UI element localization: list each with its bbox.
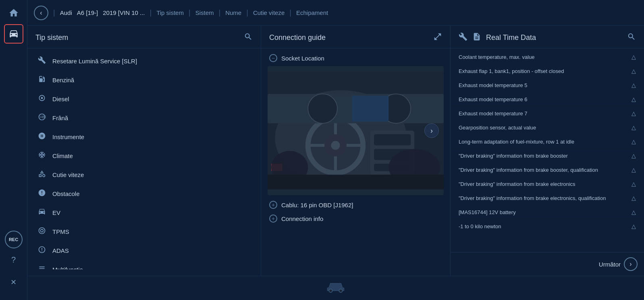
system-item-frana[interactable]: ABS Frână: [27, 108, 261, 127]
system-item-diesel[interactable]: Diesel: [27, 90, 261, 108]
nav-echipament[interactable]: Echipament: [296, 9, 328, 16]
system-item-cutie-label: Cutie viteze: [52, 171, 84, 178]
data-item-5[interactable]: Gearposition sensor, actual value △: [451, 121, 644, 135]
realtime-title: Real Time Data: [486, 33, 622, 42]
data-item-label-4: Exhaust model temperature 7: [459, 110, 628, 117]
urmator-button[interactable]: Următor ›: [599, 257, 638, 271]
data-item-9[interactable]: "Driver braking" information from brake …: [451, 177, 644, 191]
data-item-6[interactable]: Long-term adaptation of fuel-mixture, ro…: [451, 135, 644, 149]
data-item-label-6: Long-term adaptation of fuel-mixture, ro…: [459, 139, 628, 145]
system-item-tpms-label: TPMS: [52, 228, 69, 235]
nav-separator-1: |: [53, 8, 55, 17]
nav-nume[interactable]: Nume: [225, 9, 241, 16]
sidebar-car-icon[interactable]: [4, 24, 23, 44]
sidebar-help-icon[interactable]: ?: [4, 250, 23, 269]
data-item-11[interactable]: [MAS16744] 12V battery △: [451, 205, 644, 219]
realtime-footer: Următor ›: [451, 252, 644, 276]
car-image: ›: [268, 66, 444, 195]
main-content: ‹ | Audi A6 [19-] 2019 [VIN 10 ... | Tip…: [27, 0, 644, 300]
bottom-bar: [27, 276, 644, 300]
data-item-10[interactable]: "Driver braking" information from brake …: [451, 191, 644, 205]
system-item-slr[interactable]: Resetare Lumină Service [SLR]: [27, 52, 261, 71]
frana-icon: ABS: [37, 113, 47, 123]
svg-point-28: [339, 289, 342, 292]
system-list: Resetare Lumină Service [SLR] Benzină Di…: [27, 52, 261, 269]
svg-rect-26: [268, 175, 444, 189]
data-item-1[interactable]: Exhaust flap 1, bank1, position - offset…: [451, 64, 644, 78]
expand-button[interactable]: [433, 32, 442, 43]
nav-separator-4: |: [219, 8, 221, 17]
realtime-data-panel: Real Time Data Coolant temperature, max.…: [451, 26, 644, 276]
instrumente-icon: [37, 132, 47, 142]
cablu-row[interactable]: + Cablu: 16 pin OBD [J1962]: [261, 195, 450, 212]
data-item-12[interactable]: -1 to 0 kilo newton △: [451, 219, 644, 233]
system-item-adas[interactable]: ADAS: [27, 241, 261, 260]
system-item-benzina[interactable]: Benzină: [27, 71, 261, 90]
image-next-button[interactable]: ›: [424, 123, 439, 138]
warning-icon-4: △: [632, 110, 636, 117]
connection-info-label: Connection info: [281, 215, 323, 222]
system-item-climate-label: Climate: [52, 152, 73, 159]
top-nav: ‹ | Audi A6 [19-] 2019 [VIN 10 ... | Tip…: [27, 0, 644, 26]
data-item-7[interactable]: "Driver braking" information from brake …: [451, 149, 644, 163]
sidebar-close-icon[interactable]: ✕: [4, 273, 23, 292]
urmator-label: Următor: [599, 261, 621, 268]
system-item-ev[interactable]: EV: [27, 203, 261, 222]
warning-icon-0: △: [632, 54, 636, 60]
nav-separator-6: |: [289, 8, 291, 17]
panels: Tip sistem Resetare Lumină Service [SLR]: [27, 26, 644, 276]
warning-icon-11: △: [632, 209, 636, 215]
system-item-slr-label: Resetare Lumină Service [SLR]: [52, 58, 137, 65]
connection-guide-title: Connection guide: [269, 33, 326, 42]
system-item-instrumente[interactable]: Instrumente: [27, 127, 261, 146]
realtime-header: Real Time Data: [451, 26, 644, 48]
data-item-0[interactable]: Coolant temperature, max. value △: [451, 50, 644, 64]
system-item-obstacole-label: Obstacole: [52, 190, 80, 197]
data-item-label-7: "Driver braking" information from brake …: [459, 153, 628, 159]
data-item-3[interactable]: Exhaust model temperature 6 △: [451, 92, 644, 106]
system-item-cutie[interactable]: Cutie viteze: [27, 165, 261, 184]
connection-info-toggle[interactable]: +: [269, 215, 277, 223]
system-item-frana-label: Frână: [52, 115, 68, 121]
nav-tip-sistem[interactable]: Tip sistem: [156, 9, 184, 16]
system-item-multifunctie[interactable]: Multifuncție: [27, 260, 261, 269]
warning-icon-8: △: [632, 167, 636, 173]
nav-cutie[interactable]: Cutie viteze: [253, 9, 285, 16]
nav-sistem[interactable]: Sistem: [195, 9, 214, 16]
tip-sistem-search-button[interactable]: [244, 32, 253, 43]
data-item-label-10: "Driver braking" information from brake …: [459, 195, 628, 201]
sidebar-home-icon[interactable]: [4, 3, 23, 23]
rec-button[interactable]: REC: [5, 231, 23, 248]
tools-icon[interactable]: [459, 32, 467, 43]
sidebar: REC ? ✕: [0, 0, 27, 300]
socket-location-toggle[interactable]: −: [269, 54, 277, 62]
cablu-toggle[interactable]: +: [269, 201, 277, 209]
nav-model: A6 [19-]: [77, 9, 98, 16]
system-item-multifunctie-label: Multifuncție: [52, 266, 83, 269]
system-item-diesel-label: Diesel: [52, 96, 69, 102]
document-icon[interactable]: [472, 32, 481, 43]
bottom-car-icon: [326, 281, 346, 296]
cablu-label: Cablu: 16 pin OBD [J1962]: [281, 202, 353, 208]
back-button[interactable]: ‹: [34, 6, 48, 20]
realtime-search-button[interactable]: [627, 32, 636, 43]
system-item-tpms[interactable]: TPMS: [27, 222, 261, 241]
data-item-label-1: Exhaust flap 1, bank1, position - offset…: [459, 68, 628, 74]
realtime-data-list: Coolant temperature, max. value △ Exhaus…: [451, 48, 644, 252]
data-item-2[interactable]: Exhaust model temperature 5 △: [451, 78, 644, 92]
nav-separator-5: |: [246, 8, 248, 17]
system-item-obstacole[interactable]: Obstacole: [27, 184, 261, 203]
warning-icon-1: △: [632, 68, 636, 74]
tpms-icon: [37, 227, 47, 237]
data-item-label-0: Coolant temperature, max. value: [459, 54, 628, 60]
data-item-8[interactable]: "Driver braking" information from brake …: [451, 163, 644, 177]
connection-info-row[interactable]: + Connection info: [261, 212, 450, 225]
system-item-climate[interactable]: Climate: [27, 146, 261, 165]
slr-icon: [37, 56, 47, 66]
socket-location-row[interactable]: − Socket Location: [261, 48, 450, 66]
warning-icon-10: △: [632, 195, 636, 201]
svg-point-4: [39, 228, 45, 234]
svg-rect-21: [374, 134, 411, 145]
warning-icon-3: △: [632, 96, 636, 102]
data-item-4[interactable]: Exhaust model temperature 7 △: [451, 106, 644, 121]
